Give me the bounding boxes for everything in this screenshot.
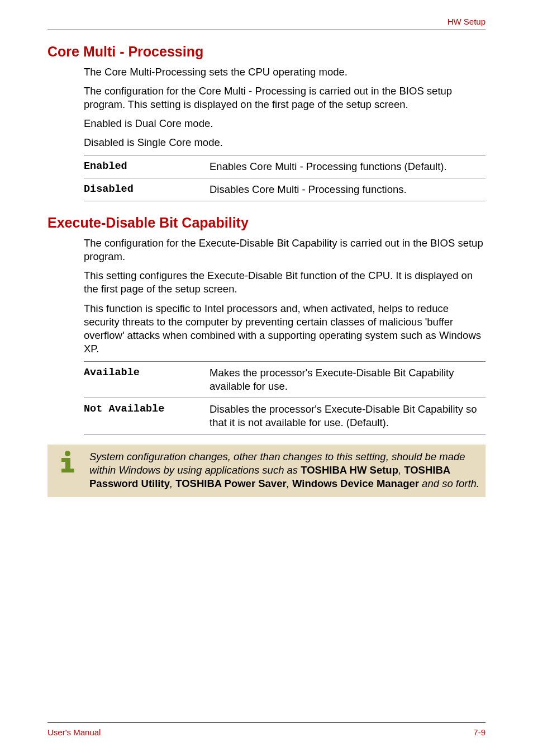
option-row: Not Available Disables the processor's E…	[84, 398, 486, 434]
page-footer: User's Manual 7-9	[47, 722, 486, 737]
option-desc: Disables the processor's Execute-Disable…	[210, 398, 486, 434]
body-paragraph: Enabled is Dual Core mode.	[84, 117, 486, 130]
footer-left: User's Manual	[47, 727, 101, 737]
note-fragment: ,	[398, 464, 404, 476]
note-bold: TOSHIBA HW Setup	[301, 464, 398, 476]
option-row: Enabled Enables Core Multi - Processing …	[84, 155, 486, 178]
option-desc: Enables Core Multi - Processing function…	[210, 155, 486, 178]
note-bold: Windows Device Manager	[292, 478, 419, 489]
option-name: Enabled	[84, 155, 210, 178]
options-table-execute-disable: Available Makes the processor's Execute-…	[84, 361, 486, 434]
body-paragraph: The configuration for the Execute-Disabl…	[84, 237, 486, 263]
note-fragment: ,	[287, 478, 292, 489]
note-text: System configuration changes, other than…	[89, 445, 486, 497]
note-fragment: and so forth.	[419, 478, 479, 489]
body-paragraph: Disabled is Single Core mode.	[84, 136, 486, 149]
svg-rect-3	[61, 469, 74, 472]
footer-right: 7-9	[473, 727, 486, 737]
svg-rect-2	[65, 458, 70, 470]
option-desc: Disables Core Multi - Processing functio…	[210, 178, 486, 201]
options-table-core-multi: Enabled Enables Core Multi - Processing …	[84, 155, 486, 201]
option-name: Available	[84, 361, 210, 398]
body-paragraph: The configuration for the Core Multi - P…	[84, 84, 486, 111]
note-fragment: ,	[170, 478, 175, 489]
header-section-label: HW Setup	[47, 17, 486, 30]
option-name: Not Available	[84, 398, 210, 434]
option-row: Disabled Disables Core Multi - Processin…	[84, 178, 486, 201]
option-name: Disabled	[84, 178, 210, 201]
body-paragraph: This function is specific to Intel proce…	[84, 302, 486, 356]
option-desc: Makes the processor's Execute-Disable Bi…	[210, 361, 486, 398]
section-title-core-multi: Core Multi - Processing	[47, 44, 486, 60]
option-row: Available Makes the processor's Execute-…	[84, 361, 486, 398]
body-paragraph: The Core Multi-Processing sets the CPU o…	[84, 65, 486, 79]
info-icon	[47, 445, 89, 475]
body-paragraph: This setting configures the Execute-Disa…	[84, 269, 486, 296]
note-callout: System configuration changes, other than…	[47, 445, 486, 497]
section-title-execute-disable: Execute-Disable Bit Capability	[47, 215, 486, 231]
note-bold: TOSHIBA Power Saver	[175, 478, 286, 489]
svg-point-0	[65, 451, 70, 456]
